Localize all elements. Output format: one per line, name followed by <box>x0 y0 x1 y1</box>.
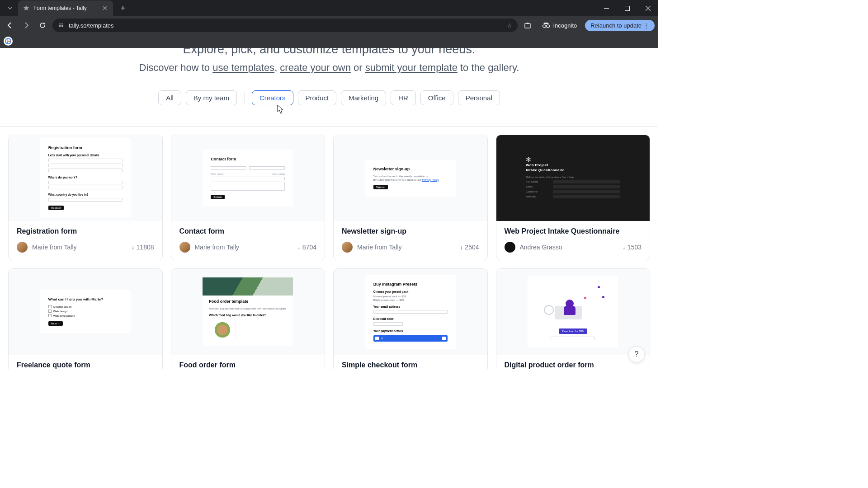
template-card[interactable]: What can I help you with Marie? Graphic … <box>8 268 163 369</box>
download-icon: ↓ <box>460 244 463 251</box>
tab-close-icon[interactable]: ✕ <box>101 5 108 12</box>
template-card[interactable]: Buy Instagram Presets Choose your preset… <box>333 268 488 369</box>
filter-bar: All By my team Creators Product Marketin… <box>0 90 658 105</box>
template-card[interactable]: ✻ Web Project Intake Questionnaire Befor… <box>496 135 651 260</box>
card-title: Simple checkout form <box>342 361 479 369</box>
tab-title: Form templates - Tally <box>33 5 98 11</box>
author-name: Marie from Tally <box>195 244 293 251</box>
filter-creators[interactable]: Creators <box>252 90 293 105</box>
svg-rect-9 <box>527 23 528 24</box>
card-title: Digital product order form <box>505 361 642 369</box>
author-name: Andrea Grasso <box>520 244 618 251</box>
filter-product[interactable]: Product <box>298 90 337 105</box>
filter-marketing[interactable]: Marketing <box>341 90 386 105</box>
tab-search-dropdown[interactable] <box>4 2 16 14</box>
template-card[interactable]: Contact form First nameLast name Submit … <box>171 135 326 260</box>
author-avatar <box>179 242 190 253</box>
site-info-icon[interactable] <box>58 22 64 28</box>
browser-tab[interactable]: Form templates - Tally ✕ <box>18 0 113 16</box>
page-content: Explore, pick, and customize templates t… <box>0 48 658 369</box>
card-title: Registration form <box>17 227 154 235</box>
download-count: ↓8704 <box>297 244 316 251</box>
template-thumbnail: Food order template Hi there, a quick ex… <box>171 269 325 355</box>
author-name: Marie from Tally <box>32 244 127 251</box>
template-grid: Registration form Let's start with your … <box>0 127 658 369</box>
relaunch-update-button[interactable]: Relaunch to update ⋮ <box>585 20 655 31</box>
tagline-text: Explore, pick, and customize templates t… <box>18 48 640 58</box>
extension-icon[interactable] <box>521 19 534 32</box>
card-title: Freelance quote form <box>17 361 154 369</box>
filter-personal[interactable]: Personal <box>458 90 500 105</box>
address-bar[interactable]: tally.so/templates ☆ <box>52 19 518 32</box>
page-heading: Explore, pick, and customize templates t… <box>0 48 658 75</box>
template-card[interactable]: Registration form Let's start with your … <box>8 135 163 260</box>
card-title: Web Project Intake Questionnaire <box>505 227 642 235</box>
download-icon: ↓ <box>297 244 301 251</box>
download-count: ↓2504 <box>460 244 479 251</box>
bookmark-star-icon[interactable]: ☆ <box>507 22 512 29</box>
minimize-button[interactable] <box>596 0 617 16</box>
filter-office[interactable]: Office <box>420 90 453 105</box>
menu-dots-icon: ⋮ <box>643 22 649 29</box>
svg-point-10 <box>543 25 546 28</box>
browser-toolbar: tally.so/templates ☆ Incognito Relaunch … <box>0 16 658 34</box>
subtitle-text: Discover how to use templates, create yo… <box>18 61 640 75</box>
incognito-label: Incognito <box>553 22 577 29</box>
tab-favicon-icon <box>23 5 30 12</box>
svg-rect-2 <box>59 23 61 24</box>
download-icon: ↓ <box>132 244 135 251</box>
svg-rect-0 <box>604 8 609 9</box>
svg-rect-8 <box>525 23 530 28</box>
template-thumbnail: Buy Instagram Presets Choose your preset… <box>334 269 487 355</box>
card-title: Contact form <box>179 227 317 235</box>
link-use-templates[interactable]: use templates <box>212 62 274 73</box>
reload-button[interactable] <box>36 19 49 32</box>
close-window-button[interactable] <box>637 0 658 16</box>
card-title: Newsletter sign-up <box>342 227 479 235</box>
help-button[interactable]: ? <box>628 346 645 362</box>
new-tab-button[interactable]: + <box>117 2 129 14</box>
download-icon: ↓ <box>623 244 626 251</box>
incognito-icon <box>542 22 550 28</box>
window-controls <box>596 0 658 16</box>
back-button[interactable] <box>4 19 16 32</box>
svg-rect-1 <box>625 6 629 10</box>
template-thumbnail: ✻ Web Project Intake Questionnaire Befor… <box>496 135 650 221</box>
tab-bar: Form templates - Tally ✕ + <box>0 0 658 16</box>
filter-by-my-team[interactable]: By my team <box>186 90 237 105</box>
download-count: ↓1503 <box>623 244 642 251</box>
incognito-indicator[interactable]: Incognito <box>538 22 581 29</box>
template-thumbnail: Registration form Let's start with your … <box>9 135 162 221</box>
template-card[interactable]: Food order template Hi there, a quick ex… <box>171 268 326 369</box>
url-text: tally.so/templates <box>69 22 113 29</box>
filter-all[interactable]: All <box>158 90 181 105</box>
svg-rect-7 <box>61 26 63 27</box>
svg-point-11 <box>547 25 550 28</box>
mouse-cursor-icon <box>277 105 285 115</box>
link-create-your-own[interactable]: create your own <box>280 62 351 73</box>
author-avatar <box>342 242 353 253</box>
card-title: Food order form <box>179 361 317 369</box>
template-thumbnail: Contact form First nameLast name Submit <box>171 135 325 221</box>
template-card[interactable]: Newsletter sign-up Yes, subscribe me to … <box>333 135 488 260</box>
browser-chrome: Form templates - Tally ✕ + tally.so/temp… <box>0 0 658 48</box>
maximize-button[interactable] <box>617 0 637 16</box>
svg-rect-3 <box>59 25 61 26</box>
svg-rect-6 <box>61 25 63 26</box>
template-thumbnail: What can I help you with Marie? Graphic … <box>9 269 162 355</box>
download-count: ↓11808 <box>132 244 154 251</box>
forward-button[interactable] <box>20 19 33 32</box>
google-bookmark-icon[interactable] <box>4 37 13 46</box>
link-submit-template[interactable]: submit your template <box>365 62 458 73</box>
svg-rect-4 <box>59 26 61 27</box>
filter-hr[interactable]: HR <box>391 90 416 105</box>
svg-rect-5 <box>61 23 63 24</box>
author-name: Marie from Tally <box>357 244 455 251</box>
template-thumbnail: Download for $29 <box>496 269 650 355</box>
filter-divider <box>244 92 245 103</box>
bookmark-bar <box>0 34 658 48</box>
template-card[interactable]: Download for $29 Digital product order f… <box>496 268 651 369</box>
author-avatar <box>17 242 28 253</box>
author-avatar <box>505 242 515 253</box>
template-thumbnail: Newsletter sign-up Yes, subscribe me to … <box>334 135 487 221</box>
